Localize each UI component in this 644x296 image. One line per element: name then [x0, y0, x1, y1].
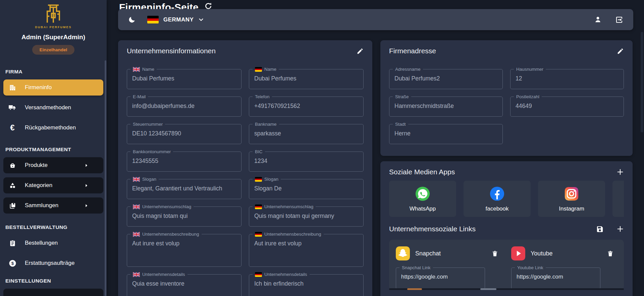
page-scrollbar[interactable] [641, 32, 643, 132]
theme-toggle-button[interactable] [128, 16, 136, 23]
plus-icon [616, 168, 624, 176]
field-adressname[interactable]: AdressnameDubai Perfumes2 [389, 69, 503, 89]
field-label: Unternehmensumschlag [253, 203, 316, 210]
sidebar-item-partial[interactable] [3, 289, 103, 296]
edit-address-button[interactable] [617, 48, 624, 55]
trash-icon [491, 250, 498, 257]
sidebar-item-produkte[interactable]: Produkte [3, 157, 103, 173]
sidebar-section-label-einstellungen: EINSTELLUNGEN [5, 278, 107, 284]
uk-flag-icon [133, 67, 140, 72]
field-unternehmensdetails-de[interactable]: UnternehmensdetailsIch bin erfinderisch [249, 274, 364, 296]
field-label: Unternehmensumschlag [130, 203, 194, 210]
content: Unternehmensinformationen NameDubai Perf… [118, 40, 633, 296]
field-value: 1234 [249, 152, 363, 165]
sidebar-item-label: Erstattungsaufträge [25, 260, 74, 267]
sidebar-scrollbar[interactable] [105, 60, 106, 296]
field-postleitzahl[interactable]: Postleitzahl44649 [510, 97, 624, 117]
field-stadt[interactable]: StadtHerne [389, 124, 503, 144]
chevron-right-icon [81, 163, 91, 168]
links-hscrollbar[interactable] [389, 288, 624, 290]
social-app-tile-whatsapp[interactable]: WhatsApp [389, 181, 456, 217]
field-label-text: Unternehmensumschlag [264, 203, 313, 210]
sidebar-item-versandmethoden[interactable]: Versandmethoden [3, 100, 103, 116]
address-fields: AdressnameDubai Perfumes2Hausnummer12Str… [389, 69, 624, 144]
plus-icon [616, 225, 624, 233]
person-icon [594, 16, 602, 23]
moon-icon [128, 16, 136, 23]
field-unternehmensdetails-uk[interactable]: UnternehmensdetailsQuia esse inventore [127, 274, 241, 296]
field-label-text: Name [264, 66, 276, 73]
sidebar-item-firmeninfo[interactable]: Firmeninfo [3, 79, 103, 96]
field-unternehmensumschlag-de[interactable]: UnternehmensumschlagQuis magni totam qui… [249, 206, 364, 227]
field-hausnummer[interactable]: Hausnummer12 [510, 69, 624, 89]
social-app-tile-instagram[interactable]: Instagram [538, 181, 605, 217]
save-links-button[interactable] [596, 225, 604, 233]
company-info-card: Unternehmensinformationen NameDubai Perf… [118, 40, 372, 296]
chevron-right-icon [81, 183, 91, 188]
field-telefon[interactable]: Telefon+4917670921562 [249, 97, 364, 117]
field-unternehmensbeschreibung-uk[interactable]: UnternehmensbeschreibungAut irure est vo… [127, 234, 241, 267]
sidebar-section-label-firma: FIRMA [5, 69, 107, 75]
pencil-icon [617, 48, 624, 55]
field-label: Telefon [253, 94, 272, 100]
sidebar: DUBAI PERFUMES Admin (SuperAdmin) Einzel… [0, 0, 107, 296]
language-selector[interactable]: GERMANY [147, 16, 204, 23]
field-name-de[interactable]: NameDubai Perfumes [249, 69, 364, 89]
save-icon [596, 225, 604, 233]
sidebar-item-r-ckgabemethoden[interactable]: €Rückgabemethoden [3, 120, 103, 136]
field-label: Hausnummer [514, 66, 546, 73]
social-link-name: Youtube [531, 250, 552, 257]
field-bankname[interactable]: Banknamesparkasse [249, 124, 364, 144]
hscroll-thumb-orange[interactable] [407, 288, 422, 290]
field-label: E-Mail [130, 94, 148, 100]
hscroll-thumb-grey[interactable] [480, 288, 496, 290]
field-stra-e[interactable]: StraßeHammerschmidtstraße [389, 97, 503, 117]
input-snapchat-link[interactable]: Snapchat Linkhttps://google.com [396, 268, 485, 289]
field-e-mail[interactable]: E-Mailinfo@dubaiperfumes.de [127, 97, 241, 117]
field-label: Youtube Link [515, 264, 546, 271]
sidebar-item-label: Firmeninfo [25, 84, 52, 91]
logout-button[interactable] [615, 16, 623, 24]
logout-icon [615, 16, 623, 24]
edit-company-info-button[interactable] [357, 48, 364, 55]
add-social-app-button[interactable] [616, 168, 624, 176]
add-social-link-button[interactable] [616, 225, 624, 233]
field-label-text: Unternehmensumschlag [142, 203, 191, 210]
social-app-tile-facebook[interactable]: facebook [464, 181, 531, 217]
field-label-text: Slogan [264, 176, 278, 183]
field-label: Slogan [253, 176, 281, 183]
field-unternehmensumschlag-uk[interactable]: UnternehmensumschlagQuis magni totam qui [127, 206, 241, 227]
social-app-tiles: WhatsAppfacebookInstagramYoutube [389, 181, 624, 217]
input-youtube-link[interactable]: Youtube Linkhttps://google.com [511, 268, 600, 289]
field-slogan-de[interactable]: SloganSlogan De [249, 179, 364, 199]
social-app-tile-youtube[interactable]: Youtube [612, 181, 624, 217]
field-slogan-uk[interactable]: SloganElegant, Garantiert und Vertraulic… [127, 179, 241, 199]
company-address-card: Firmenadresse AdressnameDubai Perfumes2H… [380, 40, 633, 156]
sidebar-item-sammlungen[interactable]: Sammlungen [3, 197, 103, 214]
social-app-label: WhatsApp [410, 205, 436, 212]
field-label-text: Hausnummer [516, 66, 543, 73]
field-bic[interactable]: BIC1234 [249, 152, 364, 172]
field-label: Unternehmensbeschreibung [130, 231, 202, 238]
profile-button[interactable] [594, 16, 602, 23]
sidebar-item-bestellungen[interactable]: Bestellungen [3, 235, 103, 251]
sidebar-item-erstattungsauftr-ge[interactable]: $Erstattungsaufträge [3, 255, 103, 271]
field-bankkontonummer[interactable]: Bankkontonummer12345555 [127, 152, 241, 172]
field-name-uk[interactable]: NameDubai Perfumes [127, 69, 241, 89]
field-label-text: Adressname [395, 66, 421, 73]
field-steuernummer[interactable]: SteuernummerDE10 1234567890 [127, 124, 241, 144]
shapes-icon [7, 182, 17, 189]
company-fields: NameDubai PerfumesNameDubai PerfumesE-Ma… [127, 69, 364, 296]
social-app-label: facebook [486, 205, 509, 212]
field-unternehmensbeschreibung-de[interactable]: UnternehmensbeschreibungAut irure est vo… [249, 234, 364, 267]
delete-youtube-button[interactable] [607, 250, 614, 257]
sidebar-section-label-bestellverwaltung: BESTELLVERWALTUNG [5, 224, 107, 230]
delete-snapchat-button[interactable] [491, 250, 498, 257]
field-label: Straße [393, 94, 411, 100]
germany-flag-icon [255, 272, 262, 277]
sidebar-item-kategorien[interactable]: Kategorien [3, 177, 103, 193]
app-root: DUBAI PERFUMES Admin (SuperAdmin) Einzel… [0, 0, 644, 296]
euro-icon: € [7, 124, 17, 132]
dollar-icon: $ [7, 259, 17, 267]
field-label: Unternehmensdetails [130, 271, 187, 278]
